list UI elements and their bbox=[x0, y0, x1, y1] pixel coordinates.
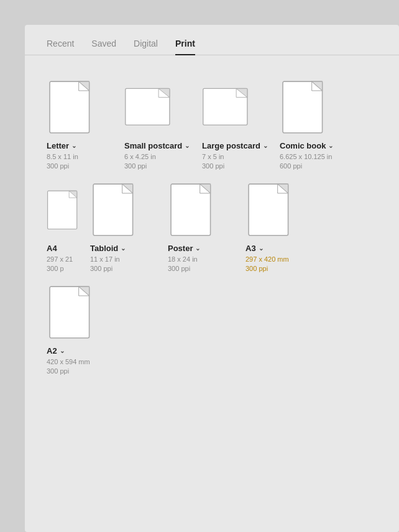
preset-label-poster: Poster⌄ bbox=[168, 244, 200, 253]
chevron-icon-a3: ⌄ bbox=[259, 245, 264, 252]
tab-recent[interactable]: Recent bbox=[47, 39, 74, 55]
preset-size-tabloid: 11 x 17 in300 ppi bbox=[90, 255, 120, 274]
preset-item-a2[interactable]: A2⌄420 x 594 mm300 ppi bbox=[47, 285, 118, 377]
doc-icon-small-postcard bbox=[124, 80, 174, 136]
preset-label-a2: A2⌄ bbox=[47, 346, 65, 355]
svg-rect-8 bbox=[203, 88, 247, 125]
svg-rect-24 bbox=[171, 184, 211, 236]
doc-icon-a3 bbox=[245, 183, 295, 239]
preset-size-a4: 297 x 21300 p bbox=[47, 255, 73, 274]
svg-rect-20 bbox=[93, 184, 133, 236]
svg-rect-4 bbox=[126, 88, 170, 125]
presets-grid: Letter⌄8.5 x 11 in300 ppi Small postcard… bbox=[25, 74, 399, 382]
preset-item-a4[interactable]: A4297 x 21300 p bbox=[47, 183, 84, 274]
chevron-icon-small-postcard: ⌄ bbox=[185, 142, 190, 149]
preset-size-a3: 297 x 420 mm300 ppi bbox=[245, 255, 289, 274]
svg-rect-12 bbox=[283, 81, 323, 133]
tab-digital[interactable]: Digital bbox=[134, 39, 158, 55]
chevron-icon-poster: ⌄ bbox=[195, 245, 200, 252]
preset-item-letter[interactable]: Letter⌄8.5 x 11 in300 ppi bbox=[47, 80, 118, 172]
preset-item-comic-book[interactable]: Comic book⌄6.625 x 10.125 in600 ppi bbox=[280, 80, 351, 172]
doc-icon-tabloid bbox=[90, 183, 140, 239]
tabs-bar: RecentSavedDigitalPrint bbox=[25, 25, 399, 55]
doc-icon-a4 bbox=[47, 183, 81, 239]
preset-label-letter: Letter⌄ bbox=[47, 141, 76, 150]
preset-label-a4: A4 bbox=[47, 244, 57, 253]
doc-icon-a2 bbox=[47, 285, 96, 341]
svg-rect-32 bbox=[50, 287, 89, 338]
preset-size-poster: 18 x 24 in300 ppi bbox=[168, 255, 198, 274]
chevron-icon-large-postcard: ⌄ bbox=[263, 142, 268, 149]
svg-rect-0 bbox=[50, 81, 89, 133]
tab-saved[interactable]: Saved bbox=[91, 39, 116, 55]
preset-label-small-postcard: Small postcard⌄ bbox=[124, 141, 190, 150]
doc-icon-large-postcard bbox=[202, 80, 252, 136]
preset-label-comic-book: Comic book⌄ bbox=[280, 141, 333, 150]
tab-print[interactable]: Print bbox=[175, 39, 195, 55]
preset-size-large-postcard: 7 x 5 in300 ppi bbox=[202, 152, 224, 172]
preset-item-tabloid[interactable]: Tabloid⌄11 x 17 in300 ppi bbox=[90, 183, 162, 274]
preset-item-a3[interactable]: A3⌄297 x 420 mm300 ppi bbox=[245, 183, 317, 274]
doc-icon-comic-book bbox=[280, 80, 329, 136]
preset-item-poster[interactable]: Poster⌄18 x 24 in300 ppi bbox=[168, 183, 239, 274]
chevron-icon-comic-book: ⌄ bbox=[328, 142, 333, 149]
preset-size-comic-book: 6.625 x 10.125 in600 ppi bbox=[280, 152, 332, 172]
doc-icon-poster bbox=[168, 183, 218, 239]
svg-rect-16 bbox=[48, 191, 77, 229]
chevron-icon-letter: ⌄ bbox=[71, 142, 76, 149]
preset-label-tabloid: Tabloid⌄ bbox=[90, 244, 126, 253]
preset-size-letter: 8.5 x 11 in300 ppi bbox=[47, 152, 78, 172]
main-content: RecentSavedDigitalPrint Letter⌄8.5 x 11 … bbox=[25, 25, 399, 532]
preset-size-a2: 420 x 594 mm300 ppi bbox=[47, 357, 90, 377]
preset-item-small-postcard[interactable]: Small postcard⌄6 x 4.25 in300 ppi bbox=[124, 80, 196, 172]
chevron-icon-a2: ⌄ bbox=[60, 347, 65, 354]
preset-size-small-postcard: 6 x 4.25 in300 ppi bbox=[124, 152, 156, 172]
chevron-icon-tabloid: ⌄ bbox=[121, 245, 126, 252]
svg-rect-28 bbox=[249, 184, 288, 236]
preset-item-large-postcard[interactable]: Large postcard⌄7 x 5 in300 ppi bbox=[202, 80, 273, 172]
preset-label-a3: A3⌄ bbox=[245, 244, 264, 253]
doc-icon-letter bbox=[47, 80, 96, 136]
preset-label-large-postcard: Large postcard⌄ bbox=[202, 141, 268, 150]
